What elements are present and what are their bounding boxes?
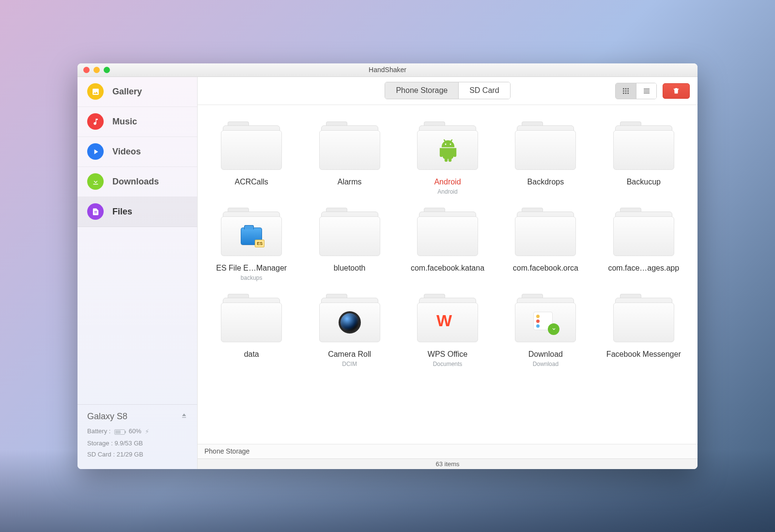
path-text: Phone Storage — [204, 447, 249, 455]
folder-name: Backucup — [627, 178, 661, 186]
folder-subtitle: Download — [533, 361, 558, 367]
sidebar-item-files[interactable]: Files — [78, 197, 197, 227]
battery-pct: 60% — [129, 427, 141, 435]
folder-item[interactable]: data — [202, 296, 300, 367]
folder-item[interactable]: WWPS OfficeDocuments — [399, 296, 496, 367]
folder-item[interactable]: AndroidAndroid — [399, 123, 496, 195]
folder-name: com.face…ages.app — [608, 264, 679, 273]
folder-icon — [612, 123, 675, 172]
sidebar-item-label: Files — [112, 207, 132, 217]
svg-point-1 — [450, 143, 451, 145]
folder-icon — [514, 210, 577, 258]
folder-name: Alarms — [338, 178, 362, 186]
folder-icon — [612, 210, 675, 258]
folder-icon — [416, 210, 479, 258]
folder-item[interactable]: Camera RollDCIM — [300, 296, 398, 367]
files-icon — [87, 203, 104, 220]
folder-subtitle: backups — [241, 274, 263, 281]
folder-item[interactable]: com.face…ages.app — [595, 210, 693, 281]
folder-item[interactable]: bluetooth — [300, 210, 398, 281]
tab-sd-card[interactable]: SD Card — [458, 82, 510, 99]
minimize-icon[interactable] — [93, 67, 100, 73]
sdcard-row: SD Card : 21/29 GB — [87, 449, 187, 460]
eject-icon[interactable] — [181, 411, 187, 422]
folder-icon: W — [416, 296, 479, 344]
folder-item[interactable]: com.facebook.orca — [496, 210, 594, 281]
grid-icon — [622, 87, 630, 95]
list-icon — [643, 87, 651, 95]
wps-icon: W — [436, 311, 459, 334]
close-icon[interactable] — [83, 67, 90, 73]
app-window: HandShaker Gallery Music — [78, 63, 698, 469]
sidebar-item-music[interactable]: Music — [78, 107, 197, 137]
folder-name: ACRCalls — [235, 178, 268, 186]
folder-icon — [416, 123, 479, 172]
folder-icon — [318, 123, 381, 172]
folder-name: Facebook Messenger — [606, 350, 681, 359]
battery-icon — [114, 429, 125, 435]
folder-name: com.facebook.orca — [513, 264, 578, 273]
es-folder-icon — [241, 228, 262, 245]
folder-name: Android — [434, 178, 461, 186]
folder-item[interactable]: Alarms — [300, 123, 398, 195]
folder-icon — [220, 210, 283, 258]
sidebar-item-label: Gallery — [112, 87, 142, 97]
grid-view-button[interactable] — [616, 83, 636, 99]
device-name: Galaxy S8 — [87, 411, 127, 422]
window-body: Gallery Music Videos — [78, 77, 698, 469]
folder-name: Backdrops — [527, 178, 564, 186]
window-title: HandShaker — [369, 66, 406, 74]
folder-icon — [318, 296, 381, 344]
sidebar-item-label: Videos — [112, 147, 141, 157]
zoom-icon[interactable] — [104, 67, 110, 73]
folder-name: WPS Office — [428, 350, 467, 359]
videos-icon — [87, 143, 104, 160]
folder-item[interactable]: Backdrops — [496, 123, 594, 195]
camera-lens-icon — [339, 311, 361, 334]
delete-button[interactable] — [663, 83, 690, 99]
view-segmented — [615, 83, 657, 99]
download-icon — [533, 312, 558, 333]
folder-icon — [514, 123, 577, 172]
pathbar: Phone Storage — [198, 444, 698, 458]
folder-subtitle: Android — [437, 188, 457, 195]
storage-segmented: Phone Storage SD Card — [385, 82, 510, 99]
sidebar-item-gallery[interactable]: Gallery — [78, 77, 197, 107]
folder-grid: ACRCallsAlarmsAndroidAndroidBackdropsBac… — [202, 123, 693, 367]
folder-name: ES File E…Manager — [216, 264, 287, 273]
sidebar-item-videos[interactable]: Videos — [78, 137, 197, 167]
folder-icon — [318, 210, 381, 258]
folder-item[interactable]: ES File E…Managerbackups — [202, 210, 300, 281]
statusbar: 63 items — [198, 458, 698, 469]
folder-item[interactable]: Backucup — [595, 123, 693, 195]
trash-icon — [672, 87, 680, 95]
list-view-button[interactable] — [636, 83, 656, 99]
folder-item[interactable]: DownloadDownload — [496, 296, 594, 367]
folder-icon — [220, 296, 283, 344]
battery-label: Battery : — [87, 427, 110, 435]
sidebar: Gallery Music Videos — [78, 77, 198, 469]
titlebar: HandShaker — [78, 63, 698, 77]
storage-value: 9.9/53 GB — [114, 440, 143, 447]
folder-item[interactable]: Facebook Messenger — [595, 296, 693, 367]
toolbar: Phone Storage SD Card — [198, 77, 698, 105]
android-icon — [436, 139, 459, 161]
storage-label: Storage : — [87, 440, 113, 447]
folder-subtitle: DCIM — [342, 361, 357, 367]
content-area[interactable]: ACRCallsAlarmsAndroidAndroidBackdropsBac… — [198, 105, 698, 444]
status-text: 63 items — [435, 460, 459, 468]
toolbar-right — [615, 83, 690, 99]
main-area: Phone Storage SD Card — [198, 77, 698, 469]
sidebar-item-downloads[interactable]: Downloads — [78, 167, 197, 197]
folder-item[interactable]: com.facebook.katana — [399, 210, 496, 281]
folder-item[interactable]: ACRCalls — [202, 123, 300, 195]
folder-icon — [514, 296, 577, 344]
bolt-icon: ⚡︎ — [145, 426, 149, 437]
music-icon — [87, 113, 104, 130]
sidebar-item-label: Music — [112, 117, 137, 127]
nav-list: Gallery Music Videos — [78, 77, 197, 405]
traffic-lights — [83, 67, 110, 73]
folder-name: bluetooth — [334, 264, 366, 273]
battery-row: Battery : 60% ⚡︎ — [87, 426, 187, 437]
tab-phone-storage[interactable]: Phone Storage — [385, 82, 458, 99]
